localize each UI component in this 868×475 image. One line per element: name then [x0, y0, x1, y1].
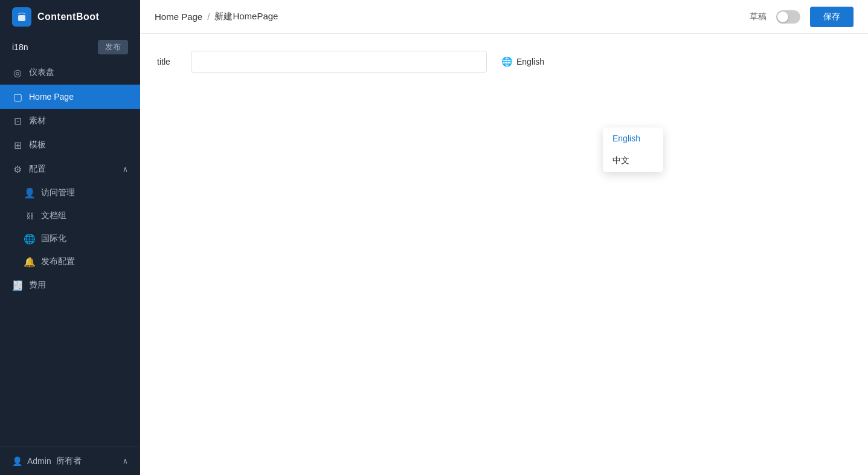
sidebar-nav: ◎ 仪表盘 ▢ Home Page ⊡ 素材 ⊞ 模板 ⚙ 配置 ∧ 👤 访问管…: [0, 60, 140, 447]
sidebar-item-templates-label: 模板: [29, 140, 46, 150]
sidebar-i18n-label: i18n: [12, 42, 28, 52]
sidebar-section-config[interactable]: ⚙ 配置 ∧: [0, 157, 140, 181]
form-row-title: title 🌐 English: [157, 51, 851, 73]
svg-rect-1: [18, 15, 25, 21]
sidebar-item-homepage[interactable]: ▢ Home Page: [0, 85, 140, 109]
globe-icon: 🌐: [501, 56, 513, 67]
breadcrumb-root: Home Page: [155, 11, 202, 22]
sidebar-item-i18n[interactable]: 🌐 国际化: [0, 227, 140, 250]
sidebar-footer: 👤 Admin 所有者 ∧: [0, 447, 140, 475]
sidebar-logo: ContentBoot: [0, 0, 140, 34]
sidebar-item-publish-config-label: 发布配置: [41, 256, 75, 267]
dropdown-item-english[interactable]: English: [603, 128, 663, 149]
sidebar-item-docgroup-label: 文档组: [41, 210, 66, 221]
i18n-globe-icon: 🌐: [24, 233, 35, 244]
title-input[interactable]: [191, 51, 487, 73]
access-icon: 👤: [24, 187, 35, 198]
assets-icon: ⊡: [12, 115, 23, 126]
docgroup-icon: ⛓: [24, 210, 35, 221]
breadcrumb: Home Page / 新建HomePage: [155, 11, 278, 22]
sidebar-item-i18n-label: 国际化: [41, 233, 66, 244]
sidebar-item-billing[interactable]: 🧾 费用: [0, 273, 140, 297]
footer-user: 👤 Admin 所有者: [12, 456, 82, 467]
draft-toggle[interactable]: [776, 10, 800, 24]
publish-button[interactable]: 发布: [98, 40, 128, 54]
selected-lang-label: English: [516, 57, 544, 66]
sidebar-item-billing-label: 费用: [29, 280, 46, 291]
title-label: title: [157, 57, 181, 66]
billing-icon: 🧾: [12, 280, 23, 291]
homepage-icon: ▢: [12, 91, 23, 102]
config-section-label: 配置: [29, 164, 46, 175]
user-role: 所有者: [56, 456, 82, 467]
breadcrumb-current: 新建HomePage: [214, 11, 278, 22]
dropdown-item-chinese[interactable]: 中文: [603, 149, 663, 172]
sidebar-item-homepage-label: Home Page: [29, 92, 74, 102]
sidebar-item-publish-config[interactable]: 🔔 发布配置: [0, 250, 140, 273]
chevron-up-icon: ∧: [123, 165, 128, 173]
language-selector[interactable]: 🌐 English: [497, 54, 549, 69]
publish-config-icon: 🔔: [24, 256, 35, 267]
sidebar-item-access-label: 访问管理: [41, 187, 75, 198]
main-content: Home Page / 新建HomePage 草稿 保存 title 🌐 Eng…: [140, 0, 868, 475]
topbar: Home Page / 新建HomePage 草稿 保存: [140, 0, 868, 34]
sidebar: ContentBoot i18n 发布 ◎ 仪表盘 ▢ Home Page ⊡ …: [0, 0, 140, 475]
user-icon: 👤: [12, 456, 22, 466]
dashboard-icon: ◎: [12, 67, 23, 78]
save-button[interactable]: 保存: [810, 7, 854, 27]
sidebar-item-docgroup[interactable]: ⛓ 文档组: [0, 204, 140, 227]
logo-text: ContentBoot: [37, 11, 99, 22]
topbar-right: 草稿 保存: [750, 7, 854, 27]
templates-icon: ⊞: [12, 140, 23, 150]
config-section-left: ⚙ 配置: [12, 164, 46, 175]
sidebar-i18n-row: i18n 发布: [0, 36, 140, 58]
sidebar-item-assets-label: 素材: [29, 115, 46, 126]
sidebar-item-access[interactable]: 👤 访问管理: [0, 181, 140, 204]
sidebar-item-dashboard-label: 仪表盘: [29, 67, 54, 78]
breadcrumb-separator: /: [207, 11, 210, 22]
logo-icon: [12, 7, 31, 27]
username: Admin: [27, 456, 51, 466]
sidebar-item-templates[interactable]: ⊞ 模板: [0, 133, 140, 157]
footer-chevron-icon[interactable]: ∧: [123, 457, 128, 465]
config-icon: ⚙: [12, 164, 23, 175]
content-area: title 🌐 English English 中文: [140, 34, 868, 475]
sidebar-item-assets[interactable]: ⊡ 素材: [0, 109, 140, 133]
draft-label: 草稿: [750, 11, 767, 22]
sidebar-item-dashboard[interactable]: ◎ 仪表盘: [0, 60, 140, 85]
language-dropdown: English 中文: [603, 128, 663, 172]
